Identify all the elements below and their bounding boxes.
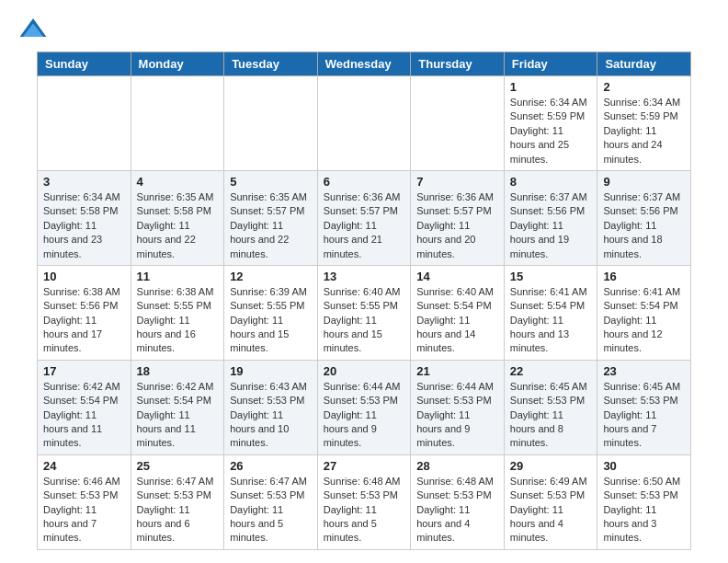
day-number: 6 [324,175,405,189]
calendar-cell: 15Sunrise: 6:41 AM Sunset: 5:54 PM Dayli… [504,265,597,360]
day-number: 1 [510,80,592,94]
day-number: 28 [416,459,498,473]
day-info: Sunrise: 6:37 AM Sunset: 5:56 PM Dayligh… [603,190,685,261]
day-info: Sunrise: 6:38 AM Sunset: 5:55 PM Dayligh… [137,285,219,356]
day-number: 15 [510,270,592,283]
column-header-wednesday: Wednesday [317,52,411,76]
day-info: Sunrise: 6:46 AM Sunset: 5:53 PM Dayligh… [43,475,125,546]
day-info: Sunrise: 6:35 AM Sunset: 5:57 PM Dayligh… [230,190,312,261]
column-header-thursday: Thursday [411,52,505,76]
day-number: 2 [603,80,685,94]
day-info: Sunrise: 6:48 AM Sunset: 5:53 PM Dayligh… [416,475,498,546]
day-info: Sunrise: 6:47 AM Sunset: 5:53 PM Dayligh… [137,475,219,546]
calendar-cell: 19Sunrise: 6:43 AM Sunset: 5:53 PM Dayli… [224,360,318,454]
day-info: Sunrise: 6:40 AM Sunset: 5:54 PM Dayligh… [416,285,498,356]
calendar-week-4: 17Sunrise: 6:42 AM Sunset: 5:54 PM Dayli… [38,360,691,454]
day-info: Sunrise: 6:34 AM Sunset: 5:59 PM Dayligh… [510,96,592,167]
day-number: 5 [230,175,312,189]
calendar-cell: 27Sunrise: 6:48 AM Sunset: 5:53 PM Dayli… [317,454,411,549]
calendar-cell [224,76,318,171]
calendar-cell: 3Sunrise: 6:34 AM Sunset: 5:58 PM Daylig… [38,170,131,265]
calendar-cell: 9Sunrise: 6:37 AM Sunset: 5:56 PM Daylig… [597,170,691,265]
day-number: 17 [43,364,125,378]
day-info: Sunrise: 6:44 AM Sunset: 5:53 PM Dayligh… [416,380,498,451]
calendar-cell: 12Sunrise: 6:39 AM Sunset: 5:55 PM Dayli… [224,265,318,360]
column-header-saturday: Saturday [597,52,691,76]
day-number: 23 [603,364,685,378]
day-number: 4 [137,175,219,189]
day-number: 13 [324,270,405,283]
day-info: Sunrise: 6:42 AM Sunset: 5:54 PM Dayligh… [43,380,125,451]
page-header [0,0,728,52]
calendar-week-2: 3Sunrise: 6:34 AM Sunset: 5:58 PM Daylig… [38,170,691,265]
day-number: 7 [416,175,498,189]
calendar-wrapper: SundayMondayTuesdayWednesdayThursdayFrid… [0,52,728,563]
day-info: Sunrise: 6:45 AM Sunset: 5:53 PM Dayligh… [603,380,685,451]
calendar-cell: 7Sunrise: 6:36 AM Sunset: 5:57 PM Daylig… [411,170,505,265]
calendar-week-3: 10Sunrise: 6:38 AM Sunset: 5:56 PM Dayli… [38,265,691,360]
day-number: 22 [510,364,592,378]
day-info: Sunrise: 6:36 AM Sunset: 5:57 PM Dayligh… [416,190,498,261]
day-number: 16 [603,270,685,283]
calendar-cell: 11Sunrise: 6:38 AM Sunset: 5:55 PM Dayli… [131,265,224,360]
calendar-cell: 30Sunrise: 6:50 AM Sunset: 5:53 PM Dayli… [597,454,691,549]
header-row: SundayMondayTuesdayWednesdayThursdayFrid… [38,52,691,76]
column-header-friday: Friday [504,52,597,76]
calendar-body: 1Sunrise: 6:34 AM Sunset: 5:59 PM Daylig… [38,76,691,550]
calendar-cell: 4Sunrise: 6:35 AM Sunset: 5:58 PM Daylig… [131,170,224,265]
day-info: Sunrise: 6:43 AM Sunset: 5:53 PM Dayligh… [230,380,312,451]
day-number: 30 [603,459,685,473]
logo-icon [18,15,48,44]
day-info: Sunrise: 6:40 AM Sunset: 5:55 PM Dayligh… [324,285,405,356]
day-number: 25 [137,459,219,473]
calendar-cell: 17Sunrise: 6:42 AM Sunset: 5:54 PM Dayli… [38,360,131,454]
day-number: 9 [603,175,685,189]
column-header-tuesday: Tuesday [224,52,318,76]
calendar-cell: 23Sunrise: 6:45 AM Sunset: 5:53 PM Dayli… [597,360,691,454]
calendar-cell: 21Sunrise: 6:44 AM Sunset: 5:53 PM Dayli… [411,360,505,454]
day-info: Sunrise: 6:34 AM Sunset: 5:58 PM Dayligh… [43,190,125,261]
calendar-cell: 28Sunrise: 6:48 AM Sunset: 5:53 PM Dayli… [411,454,505,549]
calendar-cell: 22Sunrise: 6:45 AM Sunset: 5:53 PM Dayli… [504,360,597,454]
day-number: 19 [230,364,312,378]
column-header-sunday: Sunday [38,52,131,76]
calendar-cell: 29Sunrise: 6:49 AM Sunset: 5:53 PM Dayli… [504,454,597,549]
calendar-cell: 14Sunrise: 6:40 AM Sunset: 5:54 PM Dayli… [411,265,505,360]
day-number: 12 [230,270,312,283]
day-info: Sunrise: 6:44 AM Sunset: 5:53 PM Dayligh… [324,380,405,451]
column-header-monday: Monday [131,52,224,76]
calendar-cell: 16Sunrise: 6:41 AM Sunset: 5:54 PM Dayli… [597,265,691,360]
calendar-cell [131,76,224,171]
calendar-cell: 6Sunrise: 6:36 AM Sunset: 5:57 PM Daylig… [317,170,411,265]
day-info: Sunrise: 6:41 AM Sunset: 5:54 PM Dayligh… [603,285,685,356]
calendar-cell: 8Sunrise: 6:37 AM Sunset: 5:56 PM Daylig… [504,170,597,265]
calendar-cell: 2Sunrise: 6:34 AM Sunset: 5:59 PM Daylig… [597,76,691,171]
calendar-week-5: 24Sunrise: 6:46 AM Sunset: 5:53 PM Dayli… [38,454,691,549]
calendar-cell [317,76,411,171]
calendar-cell [38,76,131,171]
day-info: Sunrise: 6:34 AM Sunset: 5:59 PM Dayligh… [603,96,685,167]
day-number: 20 [324,364,405,378]
calendar-cell [411,76,505,171]
day-info: Sunrise: 6:48 AM Sunset: 5:53 PM Dayligh… [324,475,405,546]
day-number: 3 [43,175,125,189]
calendar-cell: 24Sunrise: 6:46 AM Sunset: 5:53 PM Dayli… [38,454,131,549]
day-info: Sunrise: 6:41 AM Sunset: 5:54 PM Dayligh… [510,285,592,356]
day-info: Sunrise: 6:42 AM Sunset: 5:54 PM Dayligh… [137,380,219,451]
calendar-cell: 1Sunrise: 6:34 AM Sunset: 5:59 PM Daylig… [504,76,597,171]
day-info: Sunrise: 6:38 AM Sunset: 5:56 PM Dayligh… [43,285,125,356]
calendar-week-1: 1Sunrise: 6:34 AM Sunset: 5:59 PM Daylig… [38,76,691,171]
calendar-table: SundayMondayTuesdayWednesdayThursdayFrid… [37,52,691,550]
day-number: 21 [416,364,498,378]
day-number: 27 [324,459,405,473]
calendar-cell: 10Sunrise: 6:38 AM Sunset: 5:56 PM Dayli… [38,265,131,360]
calendar-cell: 5Sunrise: 6:35 AM Sunset: 5:57 PM Daylig… [224,170,318,265]
day-info: Sunrise: 6:35 AM Sunset: 5:58 PM Dayligh… [137,190,219,261]
day-info: Sunrise: 6:37 AM Sunset: 5:56 PM Dayligh… [510,190,592,261]
logo [18,15,51,44]
day-number: 10 [43,270,125,283]
calendar-cell: 26Sunrise: 6:47 AM Sunset: 5:53 PM Dayli… [224,454,318,549]
day-number: 14 [416,270,498,283]
calendar-cell: 13Sunrise: 6:40 AM Sunset: 5:55 PM Dayli… [317,265,411,360]
day-info: Sunrise: 6:39 AM Sunset: 5:55 PM Dayligh… [230,285,312,356]
